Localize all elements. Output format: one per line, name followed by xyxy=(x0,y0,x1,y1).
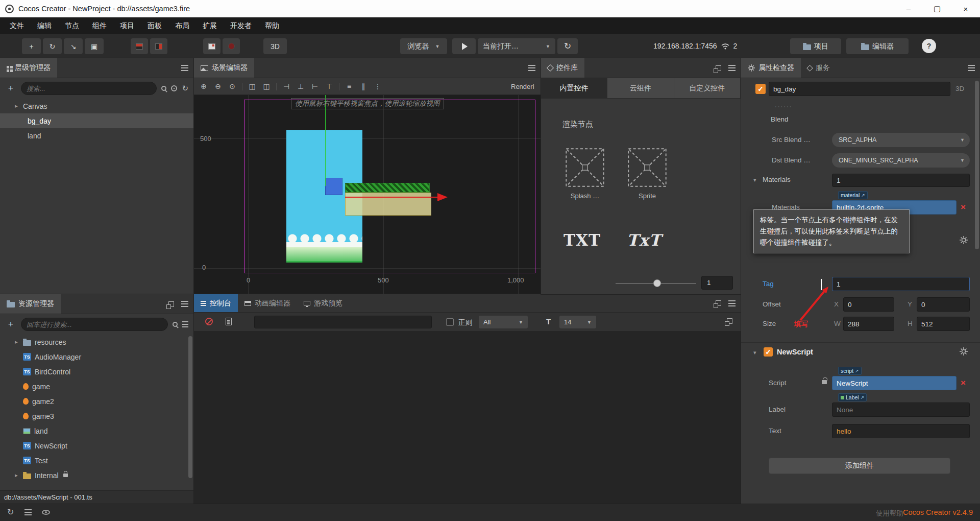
grid-toggle-icon[interactable]: ◫ xyxy=(248,82,257,90)
current-open-dropdown[interactable]: 当前打开…▼ xyxy=(478,38,555,54)
richtext-widget[interactable]: TxT xyxy=(627,231,662,249)
play-button[interactable] xyxy=(452,38,476,54)
materials-count-input[interactable] xyxy=(832,174,970,187)
popout-icon[interactable] xyxy=(716,300,721,306)
offset-x-input[interactable] xyxy=(843,297,894,312)
panel-menu-icon[interactable] xyxy=(968,67,975,68)
regex-checkbox[interactable] xyxy=(446,318,454,326)
clear-console-icon[interactable] xyxy=(205,318,213,325)
asset-item-game3[interactable]: game3 xyxy=(0,409,193,423)
tab-assets[interactable]: 资源管理器 xyxy=(0,294,61,314)
asset-item-game[interactable]: game xyxy=(0,379,193,394)
scale-tool-button[interactable]: ↘ xyxy=(64,38,83,54)
hierarchy-search-input[interactable] xyxy=(27,85,151,92)
dst-blend-dropdown[interactable]: ONE_MINUS_SRC_ALPHA ▼ xyxy=(832,153,970,168)
console-log-icon[interactable] xyxy=(24,512,32,513)
expand-arrow-icon[interactable]: ▸ xyxy=(13,103,19,109)
menu-project[interactable]: 项目 xyxy=(113,17,141,34)
panel-menu-icon[interactable] xyxy=(528,67,535,68)
record-button[interactable] xyxy=(223,38,240,54)
tab-inspector[interactable]: 属性检查器 xyxy=(741,58,801,78)
collapse-arrow-icon[interactable]: ▾ xyxy=(753,349,756,356)
zoom-in-icon[interactable]: ⊕ xyxy=(199,82,208,90)
distribute-h-icon[interactable]: ≡ xyxy=(345,82,354,90)
add-node-button[interactable]: + xyxy=(5,83,16,94)
label-widget[interactable]: TXT xyxy=(564,231,601,249)
menu-component[interactable]: 组件 xyxy=(86,17,113,34)
subtab-cloud[interactable]: 云组件 xyxy=(607,78,674,98)
tab-services[interactable]: 服务 xyxy=(801,58,837,78)
sort-icon[interactable] xyxy=(182,324,188,325)
asset-item-newscript[interactable]: TS NewScript xyxy=(0,438,193,453)
menu-edit[interactable]: 编辑 xyxy=(31,17,58,34)
inspector-scrollbar[interactable] xyxy=(975,81,979,249)
subtab-builtin[interactable]: 内置控件 xyxy=(541,78,607,98)
asset-item-resources[interactable]: ▸ resources xyxy=(0,335,193,349)
text-value-input[interactable] xyxy=(832,424,970,438)
menu-panel[interactable]: 面板 xyxy=(141,17,168,34)
menu-help[interactable]: 帮助 xyxy=(258,17,286,34)
expand-arrow-icon[interactable]: ▸ xyxy=(13,472,19,479)
refresh-icon[interactable]: ↻ xyxy=(182,84,188,93)
help-button[interactable]: ? xyxy=(922,39,936,53)
script-type-chip[interactable]: script ↗ xyxy=(838,367,862,375)
close-button[interactable]: × xyxy=(951,0,980,17)
rect-tool-button[interactable]: ▣ xyxy=(85,38,104,54)
align-left-icon[interactable]: ⊣ xyxy=(282,82,291,90)
align-right-icon[interactable]: ⊢ xyxy=(310,82,320,90)
remove-script-button[interactable]: × xyxy=(958,377,969,389)
hierarchy-item-canvas[interactable]: ▸ Canvas xyxy=(0,99,193,113)
hierarchy-item-land[interactable]: land xyxy=(0,128,193,143)
eye-icon[interactable] xyxy=(42,510,50,515)
material-type-chip[interactable]: material ↗ xyxy=(838,191,868,199)
log-level-dropdown[interactable]: All ▼ xyxy=(479,316,528,328)
coordinate-toggle-button[interactable] xyxy=(150,38,167,54)
tab-game-preview[interactable]: 游戏预览 xyxy=(297,294,349,312)
remove-material-button[interactable]: × xyxy=(958,201,969,214)
distribute-v-icon[interactable]: ∥ xyxy=(359,82,368,90)
open-editor-folder-button[interactable]: 编辑器 xyxy=(846,38,909,54)
zoom-out-icon[interactable]: ⊖ xyxy=(213,82,223,90)
tab-animation-editor[interactable]: 动画编辑器 xyxy=(238,294,297,312)
search-icon[interactable] xyxy=(173,322,178,327)
asset-item-game2[interactable]: game2 xyxy=(0,394,193,409)
panel-menu-icon[interactable] xyxy=(181,67,188,68)
component-gear-icon[interactable] xyxy=(960,347,968,356)
menu-node[interactable]: 节点 xyxy=(58,17,86,34)
tab-console[interactable]: 控制台 xyxy=(194,294,238,312)
assets-scrollbar[interactable] xyxy=(188,336,192,478)
rotate-tool-button[interactable]: ↻ xyxy=(43,38,62,54)
hierarchy-search[interactable] xyxy=(21,82,157,95)
subtab-custom[interactable]: 自定义控件 xyxy=(674,78,741,98)
console-settings-icon[interactable] xyxy=(727,318,732,324)
slider-thumb[interactable] xyxy=(653,279,661,287)
asset-item-land[interactable]: land xyxy=(0,423,193,438)
popout-icon[interactable] xyxy=(168,301,174,307)
minimize-button[interactable]: – xyxy=(894,0,923,17)
sync-icon[interactable]: ↻ xyxy=(7,507,14,517)
move-tool-button[interactable]: + xyxy=(22,38,41,54)
tag-input[interactable] xyxy=(832,277,970,291)
align-bottom-icon[interactable]: ⊥ xyxy=(296,82,305,90)
asset-item-internal[interactable]: ▸ Internal xyxy=(0,468,193,483)
assets-search-input[interactable] xyxy=(27,321,162,328)
menu-layout[interactable]: 布局 xyxy=(168,17,196,34)
font-size-dropdown[interactable]: 14 ▼ xyxy=(559,316,596,328)
open-project-folder-button[interactable]: 项目 xyxy=(790,38,841,54)
browser-dropdown[interactable]: 浏览器▼ xyxy=(400,38,447,54)
collapse-arrow-icon[interactable]: ▾ xyxy=(753,177,756,183)
mode-3d-button[interactable]: 3D xyxy=(263,38,287,54)
menu-extension[interactable]: 扩展 xyxy=(196,17,224,34)
hierarchy-item-bg-day[interactable]: bg_day xyxy=(0,113,193,128)
zoom-reset-icon[interactable]: ⊙ xyxy=(228,82,237,90)
tab-widget-library[interactable]: 控件库 xyxy=(541,58,584,78)
more-icon[interactable]: ⋮ xyxy=(373,82,382,90)
asset-item-audiomanager[interactable]: TS AudioManager xyxy=(0,349,193,364)
refresh-preview-button[interactable]: ↻ xyxy=(557,38,578,54)
newscript-enabled-checkbox[interactable]: ✓ xyxy=(764,347,773,357)
pivot-toggle-button[interactable] xyxy=(131,38,148,54)
panel-menu-icon[interactable] xyxy=(728,67,736,68)
size-w-input[interactable] xyxy=(843,317,894,331)
maximize-button[interactable]: ▢ xyxy=(923,0,951,17)
popout-icon[interactable] xyxy=(716,65,721,71)
